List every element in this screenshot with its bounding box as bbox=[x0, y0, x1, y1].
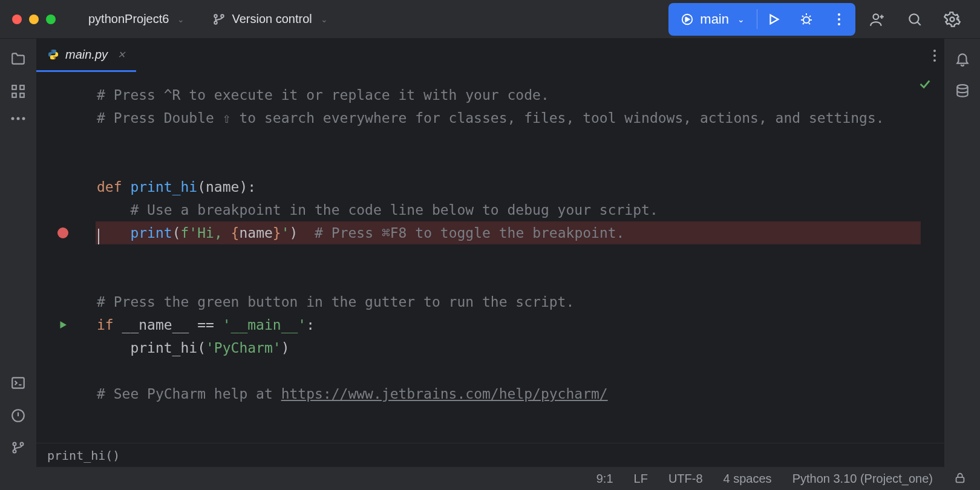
problems-toolwindow-button[interactable] bbox=[10, 408, 26, 423]
close-window-icon[interactable] bbox=[12, 15, 22, 24]
python-file-icon bbox=[47, 48, 59, 60]
code-line[interactable] bbox=[96, 129, 933, 152]
project-toolwindow-button[interactable] bbox=[10, 51, 26, 67]
svg-point-1 bbox=[215, 21, 218, 24]
editor-tab-options-button[interactable] bbox=[933, 49, 936, 62]
status-bar: 9:1 LF UTF-8 4 spaces Python 3.10 (Proje… bbox=[0, 467, 980, 490]
zoom-window-icon[interactable] bbox=[46, 15, 56, 24]
more-toolwindows-button[interactable] bbox=[10, 116, 26, 121]
code-line[interactable]: if __name__ == '__main__': bbox=[96, 313, 933, 336]
svg-point-21 bbox=[13, 443, 16, 446]
window-controls bbox=[12, 15, 56, 24]
code-line[interactable] bbox=[96, 244, 933, 267]
reader-mode-icon[interactable] bbox=[953, 472, 967, 485]
code-line[interactable]: print(f'Hi, {name}') # Press ⌘F8 to togg… bbox=[96, 221, 921, 244]
svg-point-8 bbox=[838, 23, 840, 25]
search-everywhere-button[interactable] bbox=[899, 4, 930, 35]
tab-label: main.py bbox=[65, 48, 108, 62]
svg-point-6 bbox=[838, 13, 840, 16]
breakpoint-icon bbox=[57, 227, 68, 238]
code-line[interactable]: # Use a breakpoint in the code line belo… bbox=[96, 198, 933, 221]
line-separator[interactable]: LF bbox=[634, 472, 648, 486]
more-run-options-button[interactable] bbox=[823, 3, 855, 36]
chevron-down-icon: ⌄ bbox=[321, 15, 328, 24]
run-toolbar: main ⌄ bbox=[668, 3, 855, 36]
code-line[interactable] bbox=[96, 359, 933, 382]
svg-point-2 bbox=[221, 15, 224, 18]
svg-point-17 bbox=[17, 117, 20, 120]
settings-button[interactable] bbox=[936, 4, 968, 35]
chevron-down-icon: ⌄ bbox=[737, 15, 745, 24]
code-line[interactable] bbox=[96, 152, 933, 175]
svg-marker-4 bbox=[771, 15, 779, 24]
run-config-name: main bbox=[700, 11, 729, 27]
breadcrumb-text: print_hi() bbox=[47, 448, 120, 463]
chevron-down-icon: ⌄ bbox=[177, 15, 185, 24]
svg-point-16 bbox=[11, 117, 15, 120]
svg-point-25 bbox=[933, 54, 936, 57]
svg-point-23 bbox=[21, 443, 24, 446]
database-toolwindow-button[interactable] bbox=[955, 83, 970, 99]
editor-scrollbar[interactable] bbox=[935, 73, 944, 443]
project-selector[interactable]: pythonProject6 ⌄ bbox=[80, 8, 193, 30]
svg-rect-14 bbox=[12, 93, 16, 97]
run-config-icon bbox=[681, 13, 694, 26]
version-control-button[interactable]: Version control ⌄ bbox=[204, 8, 336, 30]
branch-icon bbox=[212, 13, 226, 26]
svg-point-26 bbox=[933, 59, 936, 62]
caret-position[interactable]: 9:1 bbox=[596, 472, 613, 486]
inspection-ok-icon[interactable] bbox=[918, 77, 932, 91]
run-config-selector[interactable]: main ⌄ bbox=[668, 3, 757, 36]
code-line[interactable]: # Press the green button in the gutter t… bbox=[96, 290, 933, 313]
run-button[interactable] bbox=[757, 3, 790, 36]
breadcrumb[interactable]: print_hi() bbox=[36, 443, 944, 467]
svg-point-0 bbox=[215, 15, 218, 18]
file-encoding[interactable]: UTF-8 bbox=[668, 472, 703, 486]
code-line[interactable]: # Press ^R to execute it or replace it w… bbox=[96, 83, 933, 106]
svg-rect-19 bbox=[12, 377, 24, 388]
main-area: main.py ✕ # Press ^R to execu bbox=[0, 39, 980, 467]
svg-point-7 bbox=[838, 18, 840, 21]
run-gutter-marker[interactable] bbox=[36, 313, 90, 336]
code-area[interactable]: # Press ^R to execute it or replace it w… bbox=[90, 73, 935, 443]
code-line[interactable]: # See PyCharm help at https://www.jetbra… bbox=[96, 382, 933, 405]
svg-point-28 bbox=[957, 85, 967, 89]
right-toolbar bbox=[944, 39, 980, 467]
minimize-window-icon[interactable] bbox=[29, 15, 39, 24]
svg-point-18 bbox=[22, 117, 25, 120]
svg-point-24 bbox=[933, 50, 936, 52]
editor-tabs: main.py ✕ bbox=[36, 39, 944, 73]
terminal-toolwindow-button[interactable] bbox=[10, 375, 26, 391]
titlebar: pythonProject6 ⌄ Version control ⌄ main … bbox=[0, 0, 980, 39]
svg-point-10 bbox=[909, 14, 918, 23]
svg-rect-12 bbox=[12, 85, 16, 90]
svg-rect-13 bbox=[20, 85, 24, 90]
python-interpreter[interactable]: Python 3.10 (Project_one) bbox=[792, 472, 933, 486]
svg-rect-15 bbox=[20, 93, 24, 97]
code-line[interactable] bbox=[96, 267, 933, 290]
notifications-toolwindow-button[interactable] bbox=[955, 51, 970, 67]
debug-button[interactable] bbox=[790, 3, 823, 36]
close-tab-icon[interactable]: ✕ bbox=[117, 49, 125, 60]
svg-point-22 bbox=[13, 450, 16, 453]
code-line[interactable]: print_hi('PyCharm') bbox=[96, 336, 933, 359]
svg-point-9 bbox=[874, 14, 879, 19]
editor-tab-main-py[interactable]: main.py ✕ bbox=[36, 39, 136, 72]
indent-setting[interactable]: 4 spaces bbox=[724, 472, 772, 486]
project-name: pythonProject6 bbox=[88, 12, 169, 26]
breakpoint-marker[interactable] bbox=[36, 221, 90, 244]
git-toolwindow-button[interactable] bbox=[11, 440, 25, 455]
code-with-me-button[interactable] bbox=[861, 4, 893, 35]
svg-point-11 bbox=[950, 17, 955, 21]
code-editor[interactable]: # Press ^R to execute it or replace it w… bbox=[36, 73, 944, 443]
svg-marker-27 bbox=[60, 321, 67, 328]
code-line[interactable]: # Press Double ⇧ to search everywhere fo… bbox=[96, 106, 933, 129]
version-control-label: Version control bbox=[232, 12, 312, 26]
code-line[interactable]: def print_hi(name): bbox=[96, 175, 933, 198]
svg-rect-29 bbox=[956, 477, 964, 482]
structure-toolwindow-button[interactable] bbox=[10, 83, 26, 99]
left-toolbar bbox=[0, 39, 36, 467]
svg-point-5 bbox=[803, 17, 809, 23]
editor-gutter[interactable] bbox=[36, 73, 90, 443]
editor-column: main.py ✕ # Press ^R to execu bbox=[36, 39, 944, 467]
